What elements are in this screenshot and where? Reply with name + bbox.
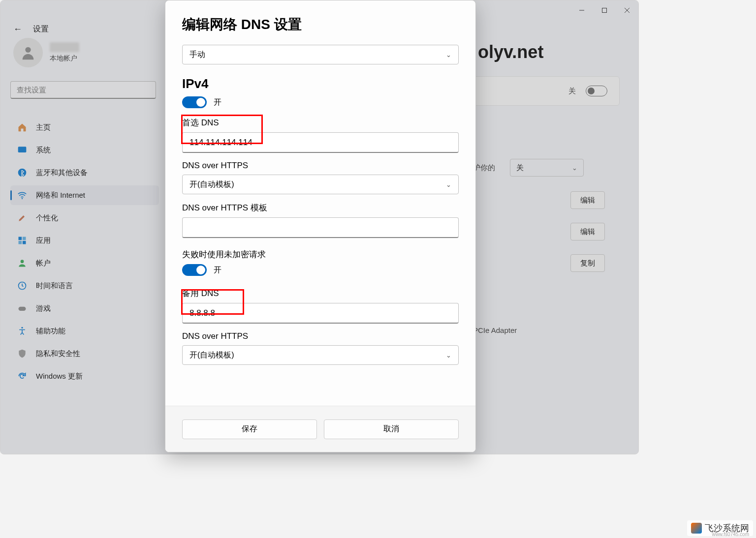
- chevron-down-icon: ⌄: [446, 181, 451, 188]
- ipv4-toggle-label: 开: [214, 97, 221, 108]
- chevron-down-icon: ⌄: [446, 352, 451, 359]
- ipv4-toggle[interactable]: [182, 96, 207, 108]
- fallback-label: 失败时使用未加密请求: [182, 249, 459, 260]
- fallback-toggle[interactable]: [182, 264, 207, 276]
- doh2-label: DNS over HTTPS: [182, 331, 459, 341]
- mode-select[interactable]: 手动⌄: [182, 45, 459, 64]
- doh-template-input[interactable]: [182, 217, 459, 238]
- dialog-footer: 保存 取消: [165, 406, 475, 452]
- dialog-title: 编辑网络 DNS 设置: [182, 15, 459, 34]
- cancel-button[interactable]: 取消: [324, 419, 459, 439]
- watermark-url: www.fs0745.com: [712, 532, 749, 537]
- alt-dns-label: 备用 DNS: [182, 288, 459, 299]
- doh-select[interactable]: 开(自动模板)⌄: [182, 175, 459, 194]
- dns-edit-dialog: 编辑网络 DNS 设置 手动⌄ IPv4 开 首选 DNS DNS over H…: [165, 0, 476, 452]
- alt-dns-input[interactable]: [182, 303, 459, 324]
- primary-dns-label: 首选 DNS: [182, 117, 459, 128]
- save-button[interactable]: 保存: [182, 419, 317, 439]
- primary-dns-input[interactable]: [182, 132, 459, 153]
- doh-label: DNS over HTTPS: [182, 161, 459, 171]
- doh-template-label: DNS over HTTPS 模板: [182, 202, 459, 213]
- ipv4-heading: IPv4: [182, 76, 459, 91]
- fallback-toggle-label: 开: [214, 265, 221, 275]
- watermark-logo-icon: [691, 523, 702, 534]
- chevron-down-icon: ⌄: [446, 51, 451, 59]
- doh2-select[interactable]: 开(自动模板)⌄: [182, 345, 459, 365]
- watermark: 飞沙系统网 www.fs0745.com: [687, 520, 753, 536]
